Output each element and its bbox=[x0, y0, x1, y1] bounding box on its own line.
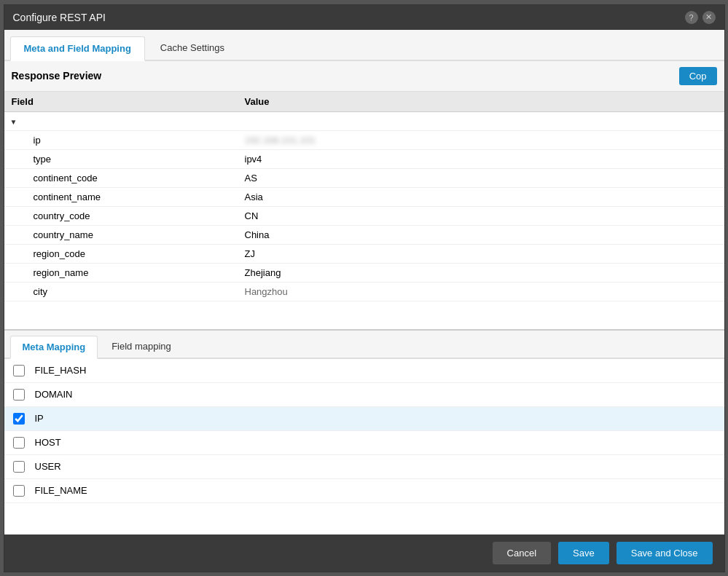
close-icon[interactable]: ✕ bbox=[702, 11, 716, 24]
dialog-content: Meta and Field Mapping Cache Settings Re… bbox=[4, 30, 724, 534]
table-cell-field: continent_code bbox=[4, 168, 238, 187]
table-row: cityHangzhou bbox=[4, 282, 724, 301]
response-preview-section: Response Preview Cop Field Value ▼ip192.… bbox=[4, 61, 724, 331]
table-cell-value: Asia bbox=[238, 187, 724, 206]
table-cell-value: AS bbox=[238, 168, 724, 187]
table-row: ip192.168.101.101 bbox=[4, 130, 724, 149]
mapping-label-domain: DOMAIN bbox=[35, 389, 73, 400]
preview-table: Field Value ▼ip192.168.101.101typeipv4co… bbox=[4, 92, 724, 301]
table-cell-value: CN bbox=[238, 206, 724, 225]
footer: Cancel Save Save and Close bbox=[4, 534, 724, 572]
preview-table-container: Field Value ▼ip192.168.101.101typeipv4co… bbox=[4, 92, 724, 329]
table-row: region_nameZhejiang bbox=[4, 263, 724, 282]
table-row: ▼ bbox=[4, 111, 724, 130]
table-cell-field: type bbox=[4, 149, 238, 168]
mapping-checkbox-ip[interactable] bbox=[13, 413, 25, 425]
table-cell-field: region_name bbox=[4, 263, 238, 282]
col-value: Value bbox=[238, 92, 724, 112]
response-preview-title: Response Preview bbox=[12, 70, 102, 82]
table-row: country_codeCN bbox=[4, 206, 724, 225]
mapping-tabs-row: Meta Mapping Field mapping bbox=[4, 331, 724, 359]
mapping-item[interactable]: DOMAIN bbox=[4, 383, 724, 407]
main-tabs-row: Meta and Field Mapping Cache Settings bbox=[4, 30, 724, 61]
mapping-section: Meta Mapping Field mapping FILE_HASHDOMA… bbox=[4, 331, 724, 534]
help-icon[interactable]: ? bbox=[685, 11, 698, 24]
mapping-checkbox-file_name[interactable] bbox=[13, 485, 25, 497]
copy-button[interactable]: Cop bbox=[679, 67, 717, 85]
col-field: Field bbox=[4, 92, 238, 112]
title-bar: Configure REST API ? ✕ bbox=[4, 5, 724, 30]
mapping-list: FILE_HASHDOMAINIPHOSTUSERFILE_NAME bbox=[4, 359, 724, 534]
table-cell-field: region_code bbox=[4, 244, 238, 263]
mapping-checkbox-host[interactable] bbox=[13, 437, 25, 449]
response-preview-header: Response Preview Cop bbox=[4, 61, 724, 92]
table-cell-value: Hangzhou bbox=[238, 282, 724, 301]
mapping-label-user: USER bbox=[35, 461, 61, 472]
cancel-button[interactable]: Cancel bbox=[493, 542, 551, 564]
table-cell-field: country_code bbox=[4, 206, 238, 225]
dialog-title: Configure REST API bbox=[13, 12, 106, 23]
table-row: region_codeZJ bbox=[4, 244, 724, 263]
mapping-checkbox-user[interactable] bbox=[13, 461, 25, 473]
mapping-label-host: HOST bbox=[35, 437, 61, 448]
table-cell-value: ipv4 bbox=[238, 149, 724, 168]
mapping-item[interactable]: IP bbox=[4, 407, 724, 431]
table-row: typeipv4 bbox=[4, 149, 724, 168]
table-cell-value: China bbox=[238, 225, 724, 244]
configure-rest-api-dialog: Configure REST API ? ✕ Meta and Field Ma… bbox=[4, 4, 725, 572]
mapping-item[interactable]: FILE_NAME bbox=[4, 479, 724, 503]
tab-meta-mapping[interactable]: Meta Mapping bbox=[10, 336, 98, 359]
mapping-checkbox-file_hash[interactable] bbox=[13, 365, 25, 376]
table-cell-field: country_name bbox=[4, 225, 238, 244]
mapping-item[interactable]: USER bbox=[4, 455, 724, 479]
mapping-label-ip: IP bbox=[35, 413, 44, 424]
tab-field-mapping[interactable]: Field mapping bbox=[99, 335, 184, 358]
table-cell-field: continent_name bbox=[4, 187, 238, 206]
table-row: country_nameChina bbox=[4, 225, 724, 244]
mapping-item[interactable]: FILE_HASH bbox=[4, 359, 724, 383]
table-cell-value: Zhejiang bbox=[238, 263, 724, 282]
save-and-close-button[interactable]: Save and Close bbox=[617, 542, 713, 564]
table-row: continent_nameAsia bbox=[4, 187, 724, 206]
table-cell-field: city bbox=[4, 282, 238, 301]
tab-cache-settings[interactable]: Cache Settings bbox=[146, 36, 238, 60]
title-bar-icons: ? ✕ bbox=[685, 11, 716, 24]
mapping-label-file_name: FILE_NAME bbox=[35, 485, 87, 496]
mapping-label-file_hash: FILE_HASH bbox=[35, 365, 87, 376]
mapping-item[interactable]: HOST bbox=[4, 431, 724, 455]
table-cell-value bbox=[238, 111, 724, 130]
tab-meta-field[interactable]: Meta and Field Mapping bbox=[10, 36, 145, 61]
table-cell-value: 192.168.101.101 bbox=[238, 130, 724, 149]
table-cell-field: ip bbox=[4, 130, 238, 149]
table-row: continent_codeAS bbox=[4, 168, 724, 187]
table-cell-value: ZJ bbox=[238, 244, 724, 263]
table-header-row: Field Value bbox=[4, 92, 724, 112]
save-button[interactable]: Save bbox=[558, 542, 609, 564]
table-cell-field: ▼ bbox=[4, 111, 238, 130]
mapping-checkbox-domain[interactable] bbox=[13, 389, 25, 401]
